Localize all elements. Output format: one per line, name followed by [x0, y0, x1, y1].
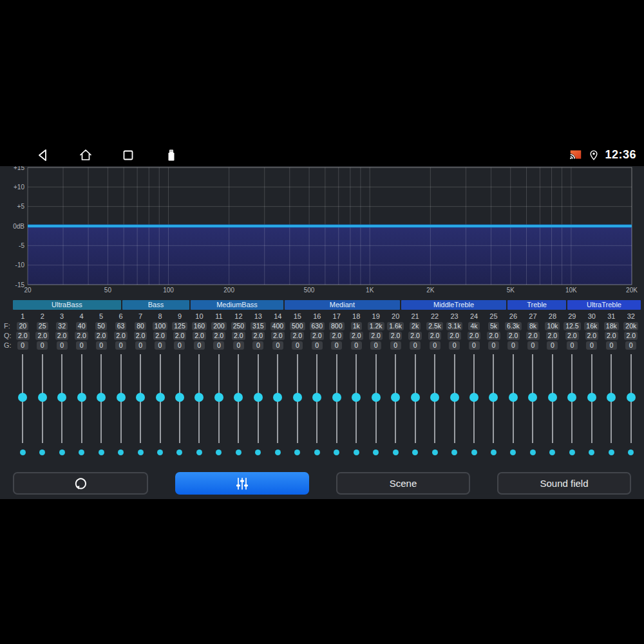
band-10-gain-value[interactable]: 0	[194, 341, 205, 350]
band-5-gain-value[interactable]: 0	[96, 341, 107, 350]
band-31-frequency-value[interactable]: 18k	[604, 322, 619, 330]
band-32-frequency-value[interactable]: 20k	[623, 322, 638, 330]
band-16-q-value[interactable]: 2.0	[310, 332, 324, 340]
band-1-gain-value[interactable]: 0	[17, 341, 28, 350]
band-10-frequency-value[interactable]: 160	[192, 322, 207, 330]
band-22-frequency-value[interactable]: 2.5k	[426, 322, 443, 330]
band-24-slider[interactable]	[464, 353, 484, 459]
band-23-gain-value[interactable]: 0	[449, 341, 460, 350]
slider-reset-dot[interactable]	[373, 450, 379, 455]
band-19-frequency-value[interactable]: 1.2k	[368, 322, 384, 330]
slider-reset-dot[interactable]	[393, 450, 399, 455]
slider-reset-dot[interactable]	[609, 450, 614, 455]
band-8-frequency-value[interactable]: 100	[153, 322, 168, 330]
band-10-q-value[interactable]: 2.0	[193, 332, 206, 340]
band-28-gain-value[interactable]: 0	[547, 341, 558, 350]
band-27-frequency-value[interactable]: 8k	[527, 322, 538, 330]
back-icon[interactable]	[36, 148, 50, 162]
slider-reset-dot[interactable]	[412, 450, 418, 455]
slider-reset-dot[interactable]	[549, 450, 555, 455]
band-26-frequency-value[interactable]: 6.3k	[505, 322, 522, 330]
band-25-slider[interactable]	[484, 353, 503, 459]
band-22-slider[interactable]	[425, 353, 444, 459]
band-25-q-value[interactable]: 2.0	[487, 332, 500, 340]
slider-knob[interactable]	[293, 393, 302, 402]
slider-knob[interactable]	[77, 393, 86, 402]
slider-knob[interactable]	[411, 393, 420, 402]
band-7-slider[interactable]	[131, 353, 150, 459]
band-22-gain-value[interactable]: 0	[430, 341, 440, 350]
band-11-gain-value[interactable]: 0	[213, 341, 224, 350]
band-1-frequency-value[interactable]: 20	[17, 322, 28, 330]
band-31-gain-value[interactable]: 0	[606, 341, 617, 350]
band-11-frequency-value[interactable]: 200	[211, 322, 227, 330]
band-11-slider[interactable]	[209, 353, 229, 459]
band-29-gain-value[interactable]: 0	[567, 341, 578, 350]
band-2-frequency-value[interactable]: 25	[37, 322, 48, 330]
band-15-slider[interactable]	[288, 353, 307, 459]
slider-reset-dot[interactable]	[491, 450, 497, 455]
slider-reset-dot[interactable]	[20, 450, 26, 455]
band-1-q-value[interactable]: 2.0	[16, 332, 30, 340]
reset-button[interactable]	[13, 472, 148, 495]
home-icon[interactable]	[79, 148, 93, 162]
band-8-slider[interactable]	[150, 353, 169, 459]
band-29-frequency-value[interactable]: 12.5	[564, 322, 580, 330]
slider-knob[interactable]	[273, 393, 282, 402]
band-20-gain-value[interactable]: 0	[390, 341, 401, 350]
band-25-frequency-value[interactable]: 5k	[488, 322, 499, 330]
band-19-gain-value[interactable]: 0	[370, 341, 381, 350]
band-4-frequency-value[interactable]: 40	[76, 322, 88, 330]
band-23-slider[interactable]	[444, 353, 464, 459]
band-14-slider[interactable]	[268, 353, 287, 459]
band-4-gain-value[interactable]: 0	[76, 341, 87, 350]
slider-reset-dot[interactable]	[589, 450, 594, 455]
band-26-slider[interactable]	[504, 353, 523, 459]
band-5-q-value[interactable]: 2.0	[95, 332, 108, 340]
band-20-q-value[interactable]: 2.0	[389, 332, 402, 340]
slider-knob[interactable]	[587, 393, 596, 402]
slider-reset-dot[interactable]	[39, 450, 45, 455]
band-10-slider[interactable]	[189, 353, 209, 459]
band-5-frequency-value[interactable]: 50	[95, 322, 107, 330]
band-32-gain-value[interactable]: 0	[625, 341, 636, 350]
sound-field-button[interactable]: Sound field	[497, 472, 631, 495]
band-28-frequency-value[interactable]: 10k	[545, 322, 560, 330]
band-31-q-value[interactable]: 2.0	[605, 332, 618, 340]
band-6-gain-value[interactable]: 0	[115, 341, 126, 350]
band-28-q-value[interactable]: 2.0	[546, 332, 560, 340]
band-16-gain-value[interactable]: 0	[312, 341, 323, 350]
band-12-gain-value[interactable]: 0	[233, 341, 244, 350]
band-9-q-value[interactable]: 2.0	[173, 332, 187, 340]
band-16-frequency-value[interactable]: 630	[310, 322, 325, 330]
band-30-slider[interactable]	[582, 353, 601, 459]
band-9-gain-value[interactable]: 0	[174, 341, 185, 350]
slider-reset-dot[interactable]	[432, 450, 438, 455]
band-13-gain-value[interactable]: 0	[252, 341, 263, 350]
band-13-q-value[interactable]: 2.0	[252, 332, 265, 340]
band-23-frequency-value[interactable]: 3.1k	[446, 322, 463, 330]
slider-knob[interactable]	[254, 393, 263, 402]
slider-reset-dot[interactable]	[255, 450, 261, 455]
slider-knob[interactable]	[372, 393, 381, 402]
slider-knob[interactable]	[214, 393, 223, 402]
band-18-gain-value[interactable]: 0	[351, 341, 362, 350]
band-32-slider[interactable]	[621, 353, 641, 459]
band-26-gain-value[interactable]: 0	[507, 341, 518, 350]
band-2-slider[interactable]	[32, 353, 52, 459]
slider-knob[interactable]	[352, 393, 361, 402]
equalizer-button[interactable]	[175, 472, 309, 495]
band-30-frequency-value[interactable]: 16k	[584, 322, 599, 330]
slider-knob[interactable]	[627, 393, 636, 402]
slider-knob[interactable]	[548, 393, 557, 402]
slider-knob[interactable]	[156, 393, 165, 402]
slider-knob[interactable]	[450, 393, 459, 402]
band-30-q-value[interactable]: 2.0	[585, 332, 599, 340]
band-5-slider[interactable]	[91, 353, 111, 459]
band-23-q-value[interactable]: 2.0	[448, 332, 461, 340]
slider-knob[interactable]	[312, 393, 321, 402]
slider-reset-dot[interactable]	[314, 450, 320, 455]
slider-knob[interactable]	[194, 393, 204, 402]
band-12-q-value[interactable]: 2.0	[232, 332, 245, 340]
band-6-frequency-value[interactable]: 63	[115, 322, 127, 330]
